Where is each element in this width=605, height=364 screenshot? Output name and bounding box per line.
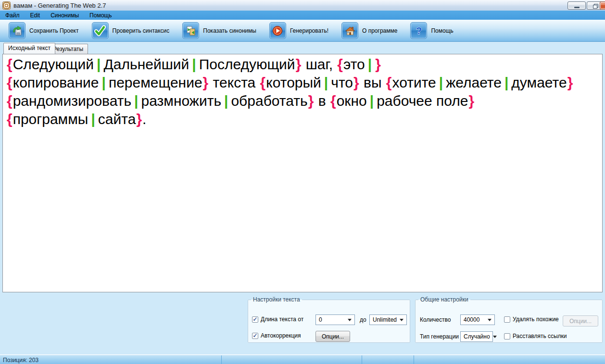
spintax-pipe: | xyxy=(97,56,101,72)
editor-area[interactable]: {Следующий|Дальнейший|Последующий} шаг, … xyxy=(2,54,603,292)
minimize-button[interactable] xyxy=(567,1,586,10)
spintax-brace: } xyxy=(203,75,209,90)
statusbar-separator xyxy=(221,355,222,364)
spintax-text: копирование xyxy=(13,75,99,90)
statusbar-separator xyxy=(414,355,414,364)
editor-line: {рандомизировать|размножить|обработать} … xyxy=(6,92,599,110)
app-icon xyxy=(2,1,11,10)
editor-line: {копирование|перемещение} текста {которы… xyxy=(6,74,599,92)
spintax-pipe: | xyxy=(439,75,443,90)
text-options-button[interactable]: Опции... xyxy=(315,331,350,342)
spintax-brace: { xyxy=(7,56,13,72)
checkbox-icon xyxy=(504,333,510,339)
spintax-text: обработать xyxy=(231,93,307,109)
help-button[interactable]: ? Помощь xyxy=(410,22,453,39)
spintax-text: программы xyxy=(13,111,88,127)
tab-source-text[interactable]: Исходный текст xyxy=(3,43,55,54)
status-position: Позиция: 203 xyxy=(3,357,38,364)
spintax-pipe: | xyxy=(370,93,374,109)
length-from-dropdown[interactable]: 0 xyxy=(315,314,355,325)
editor-line: {программы|сайта}. xyxy=(6,110,599,128)
spintax-text: . xyxy=(142,111,146,127)
text-settings-group: Настройки текста Длина текста от 0 до Un… xyxy=(248,296,410,343)
toolbar-button-label: Сохранить Проект xyxy=(29,27,79,34)
checkbox-icon xyxy=(252,316,258,323)
toolbar-button-label: Проверить синтаксис xyxy=(113,27,170,34)
spintax-text: рабочее поле xyxy=(377,93,468,109)
chevron-down-icon xyxy=(493,336,497,338)
chevron-down-icon xyxy=(400,319,403,321)
toolbar-button-label: О программе xyxy=(362,27,397,34)
check-syntax-button[interactable]: Проверить синтаксис xyxy=(92,22,170,39)
place-links-checkbox[interactable]: Расставлять ссылки xyxy=(504,333,567,339)
spintax-pipe: | xyxy=(504,75,508,90)
length-to-dropdown[interactable]: Unlimited xyxy=(369,314,407,325)
generate-button[interactable]: Генерировать! xyxy=(269,22,328,39)
spintax-brace: { xyxy=(386,75,392,90)
menu-edit[interactable]: Edit xyxy=(25,11,46,20)
window-title: вамам - Generating The Web 2.7 xyxy=(13,2,106,9)
count-label: Количество xyxy=(420,316,451,323)
spintax-pipe: | xyxy=(134,93,138,109)
synonyms-icon xyxy=(182,22,199,39)
spintax-text: рандомизировать xyxy=(13,93,131,109)
length-checkbox[interactable]: Длина текста от xyxy=(252,316,303,323)
to-label: до xyxy=(360,316,366,323)
count-dropdown[interactable]: 40000 xyxy=(460,314,495,325)
spintax-pipe: | xyxy=(91,111,95,127)
dropdown-value: 0 xyxy=(319,316,322,323)
restore-icon xyxy=(593,4,597,8)
spintax-brace: } xyxy=(136,111,142,127)
spintax-text: Дальнейший xyxy=(104,56,189,72)
spintax-pipe: | xyxy=(368,56,372,72)
toolbar-button-label: Показать синонимы xyxy=(203,27,256,34)
spintax-brace: } xyxy=(353,75,359,90)
spintax-text: в xyxy=(314,93,330,109)
spintax-brace: } xyxy=(375,56,381,72)
help-icon: ? xyxy=(410,22,427,39)
generation-type-label: Тип генерации xyxy=(420,333,459,340)
spintax-brace: } xyxy=(567,75,573,90)
menu-bar: Файл Edit Синонимы Помощь xyxy=(0,11,605,20)
group-title: Настройки текста xyxy=(251,296,302,303)
title-bar[interactable]: вамам - Generating The Web 2.7 xyxy=(0,0,605,11)
spintax-text: желаете xyxy=(446,75,502,90)
spintax-text: который xyxy=(266,75,321,90)
checkbox-icon xyxy=(504,316,510,323)
show-synonyms-button[interactable]: Показать синонимы xyxy=(182,22,256,39)
spintax-text: это xyxy=(343,56,365,72)
remove-similar-checkbox[interactable]: Удалять похожие xyxy=(504,316,559,323)
close-button[interactable] xyxy=(600,1,605,10)
chevron-down-icon xyxy=(348,319,352,321)
save-project-button[interactable]: Сохранить Проект xyxy=(9,22,79,39)
spintax-text: хотите xyxy=(392,75,436,90)
spintax-text: перемещение xyxy=(109,75,202,90)
menu-synonyms[interactable]: Синонимы xyxy=(45,11,84,20)
generation-type-dropdown[interactable]: Случайно xyxy=(460,331,493,342)
spintax-brace: { xyxy=(7,111,13,127)
about-button[interactable]: О программе xyxy=(341,22,397,39)
spintax-text: окно xyxy=(337,93,367,109)
spintax-text: Последующий xyxy=(199,56,295,72)
general-settings-group: Общие настройки Количество 40000 Удалять… xyxy=(415,296,603,343)
toolbar-button-label: Помощь xyxy=(431,27,453,34)
toolbar: Сохранить Проект Проверить синтаксис Пок… xyxy=(0,20,605,42)
spintax-pipe: | xyxy=(102,75,106,90)
spintax-text: текста xyxy=(209,75,259,90)
generate-icon xyxy=(269,22,286,39)
spintax-text: размножить xyxy=(141,93,221,109)
spintax-brace: } xyxy=(308,93,314,109)
autocorrect-checkbox[interactable]: Автокоррекция xyxy=(252,332,301,339)
spintax-text: что xyxy=(331,75,353,90)
menu-file[interactable]: Файл xyxy=(0,11,25,20)
dropdown-value: Случайно xyxy=(464,333,490,340)
spintax-brace: } xyxy=(469,93,475,109)
spintax-brace: { xyxy=(7,93,13,109)
spintax-brace: } xyxy=(296,56,302,72)
home-icon xyxy=(341,22,358,39)
save-icon xyxy=(9,22,25,39)
toolbar-button-label: Генерировать! xyxy=(290,27,328,34)
spintax-pipe: | xyxy=(224,93,228,109)
menu-help[interactable]: Помощь xyxy=(84,11,117,20)
spintax-text: Следующий xyxy=(13,56,94,72)
